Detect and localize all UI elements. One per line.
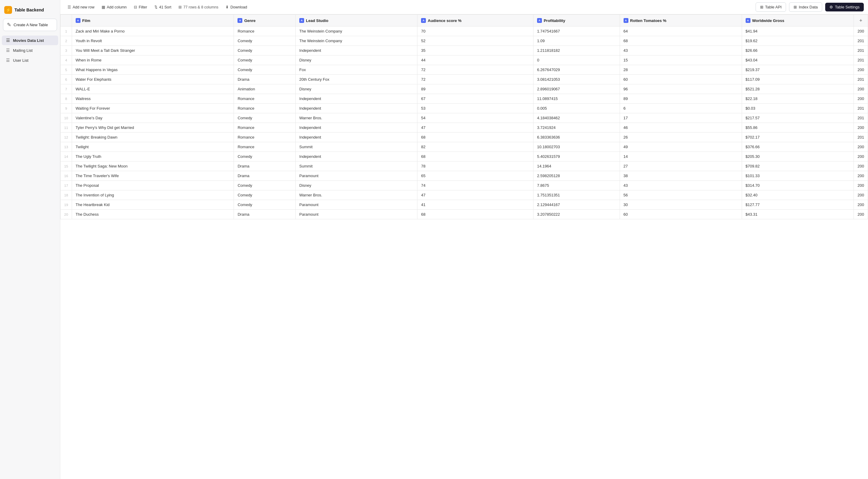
table-row: 16The Time Traveler's WifeDramaParamount… xyxy=(61,171,868,181)
cell-worldwide_gross: $217.57 xyxy=(742,113,854,123)
cell-profitability: 2.598205128 xyxy=(533,171,620,181)
cell-audience_score: 47 xyxy=(417,123,533,133)
cell-worldwide_gross: $521.28 xyxy=(742,84,854,94)
col-label-rotten_tomatoes: Rotten Tomatoes % xyxy=(630,19,666,23)
cell-rotten_tomatoes: 17 xyxy=(620,113,742,123)
filter-button[interactable]: ⊟ Filter xyxy=(131,3,150,11)
add-column-header[interactable]: + xyxy=(854,15,868,27)
cell-worldwide_gross: $219.37 xyxy=(742,65,854,75)
cell-worldwide_gross: $101.33 xyxy=(742,171,854,181)
cell-audience_score: 47 xyxy=(417,190,533,200)
cell-year: 200 xyxy=(854,190,868,200)
cell-film: The Duchess xyxy=(72,210,234,219)
cell-audience_score: 72 xyxy=(417,65,533,75)
sort-label: 41 Sort xyxy=(159,5,171,9)
table-row: 1Zack and Miri Make a PornoRomanceThe We… xyxy=(61,27,868,36)
sidebar-item-users[interactable]: ☰ User List xyxy=(2,56,58,65)
add-column-label: Add column xyxy=(107,5,127,9)
cell-genre: Drama xyxy=(234,171,296,181)
col-label-lead_studio: Lead Studio xyxy=(306,19,328,23)
cell-profitability: 0.005 xyxy=(533,104,620,113)
cell-profitability: 14.1964 xyxy=(533,161,620,171)
cell-lead_studio: Summit xyxy=(296,142,417,152)
column-header-profitability[interactable]: A Profitability xyxy=(533,15,620,27)
table-row: 18The Invention of LyingComedyWarner Bro… xyxy=(61,190,868,200)
col-type-icon-film: A xyxy=(76,18,81,23)
table-api-button[interactable]: ⊞ Table API xyxy=(755,2,786,12)
cell-profitability: 6.383363636 xyxy=(533,133,620,142)
cell-film: Water For Elephants xyxy=(72,75,234,84)
sidebar-item-label-movies: Movies Data List xyxy=(13,38,44,43)
cell-profitability: 1.09 xyxy=(533,36,620,46)
index-data-icon: ⊞ xyxy=(794,5,797,9)
column-header-genre[interactable]: A Genre xyxy=(234,15,296,27)
cell-profitability: 2.896019067 xyxy=(533,84,620,94)
plus-icon: ✎ xyxy=(7,22,11,28)
cell-audience_score: 82 xyxy=(417,142,533,152)
col-type-icon-worldwide_gross: A xyxy=(746,18,750,23)
cell-profitability: 1.211818182 xyxy=(533,46,620,56)
create-table-label: Create A New Table xyxy=(13,23,48,27)
download-button[interactable]: ⬇ Download xyxy=(222,3,250,11)
cell-profitability: 7.8675 xyxy=(533,181,620,190)
column-header-rotten_tomatoes[interactable]: A Rotten Tomatoes % xyxy=(620,15,742,27)
cell-film: The Ugly Truth xyxy=(72,152,234,161)
cell-audience_score: 68 xyxy=(417,210,533,219)
cell-audience_score: 41 xyxy=(417,200,533,210)
cell-rotten_tomatoes: 46 xyxy=(620,123,742,133)
cell-lead_studio: Independent xyxy=(296,104,417,113)
col-label-audience_score: Audience score % xyxy=(428,19,461,23)
table-row: 9Waiting For ForeverRomanceIndependent53… xyxy=(61,104,868,113)
cell-film: When in Rome xyxy=(72,56,234,65)
sidebar-item-mailing[interactable]: ☰ Mailing List xyxy=(2,45,58,55)
col-label-film: Film xyxy=(82,19,90,23)
index-data-label: Index Data xyxy=(799,5,818,9)
cell-worldwide_gross: $0.03 xyxy=(742,104,854,113)
col-type-icon-rotten_tomatoes: A xyxy=(624,18,628,23)
cell-film: Valentine's Day xyxy=(72,113,234,123)
grid-icon: ⊞ xyxy=(179,5,182,9)
cell-profitability: 10.18002703 xyxy=(533,142,620,152)
column-header-lead_studio[interactable]: A Lead Studio xyxy=(296,15,417,27)
cell-worldwide_gross: $22.18 xyxy=(742,94,854,104)
column-header-audience_score[interactable]: A Audience score % xyxy=(417,15,533,27)
table-row: 10Valentine's DayComedyWarner Bros.544.1… xyxy=(61,113,868,123)
app-title: Table Backend xyxy=(14,7,44,12)
table-row: 11Tyler Perry's Why Did get MarriedRoman… xyxy=(61,123,868,133)
table-row: 4When in RomeComedyDisney44015$43.04201 xyxy=(61,56,868,65)
cell-worldwide_gross: $709.82 xyxy=(742,161,854,171)
table-row: 3You Will Meet a Tall Dark StrangerComed… xyxy=(61,46,868,56)
add-column-button[interactable]: ▦ Add column xyxy=(98,3,130,11)
cell-year: 200 xyxy=(854,84,868,94)
cell-worldwide_gross: $376.66 xyxy=(742,142,854,152)
cell-profitability: 3.081421053 xyxy=(533,75,620,84)
col-label-worldwide_gross: Worldwide Gross xyxy=(752,19,784,23)
cell-rotten_tomatoes: 15 xyxy=(620,56,742,65)
add-row-button[interactable]: ☰ Add new row xyxy=(64,3,97,11)
cell-year: 200 xyxy=(854,142,868,152)
row-number: 12 xyxy=(61,133,72,142)
cell-worldwide_gross: $702.17 xyxy=(742,133,854,142)
sort-button[interactable]: ⇅ 41 Sort xyxy=(151,3,174,11)
table-settings-button[interactable]: ⚙ Table Settings xyxy=(825,3,864,11)
cell-year: 200 xyxy=(854,171,868,181)
cell-year: 200 xyxy=(854,27,868,36)
row-number: 5 xyxy=(61,65,72,75)
column-header-film[interactable]: A Film xyxy=(72,15,234,27)
column-header-worldwide_gross[interactable]: A Worldwide Gross xyxy=(742,15,854,27)
row-number: 2 xyxy=(61,36,72,46)
row-number: 8 xyxy=(61,94,72,104)
cell-lead_studio: Paramount xyxy=(296,171,417,181)
cell-year: 201 xyxy=(854,36,868,46)
table-row: 17The ProposalComedyDisney747.867543$314… xyxy=(61,181,868,190)
cell-audience_score: 68 xyxy=(417,133,533,142)
index-data-button[interactable]: ⊞ Index Data xyxy=(789,2,822,12)
cell-genre: Comedy xyxy=(234,65,296,75)
cell-year: 200 xyxy=(854,181,868,190)
row-number: 19 xyxy=(61,200,72,210)
sidebar-item-movies[interactable]: ☰ Movies Data List xyxy=(2,36,58,45)
create-table-button[interactable]: ✎ Create A New Table xyxy=(3,19,57,31)
cell-lead_studio: Disney xyxy=(296,56,417,65)
cell-lead_studio: Disney xyxy=(296,84,417,94)
cell-genre: Comedy xyxy=(234,46,296,56)
